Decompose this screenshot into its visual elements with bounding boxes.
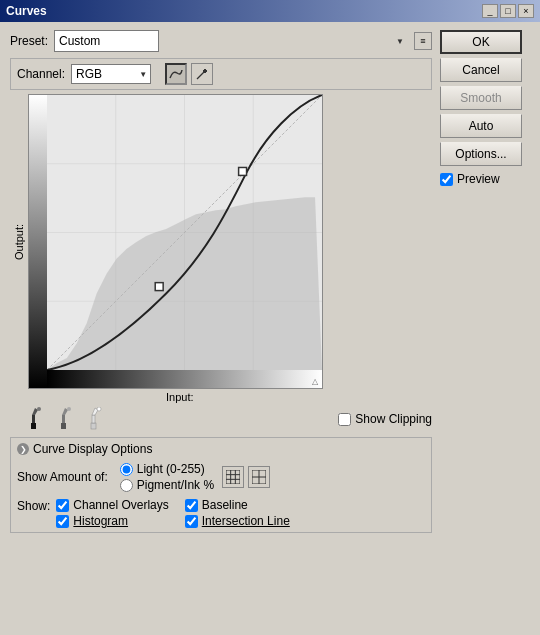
channel-overlays-checkbox[interactable] <box>56 499 69 512</box>
show-clipping-label[interactable]: Show Clipping <box>338 412 432 426</box>
right-panel: OK Cancel Smooth Auto Options... Preview <box>440 30 530 533</box>
options-button[interactable]: Options... <box>440 142 522 166</box>
svg-rect-10 <box>239 167 247 175</box>
svg-rect-9 <box>155 283 163 291</box>
svg-rect-27 <box>226 470 240 484</box>
histogram-checkbox[interactable] <box>56 515 69 528</box>
section-header[interactable]: ❯ Curve Display Options <box>17 442 425 456</box>
curve-area <box>47 95 322 370</box>
light-option-text: Light (0-255) <box>137 462 205 476</box>
pen-tool-button[interactable] <box>191 63 213 85</box>
title-bar: Curves _ □ × <box>0 0 540 22</box>
curve-container[interactable]: △ <box>28 94 323 389</box>
preview-row: Preview <box>440 172 530 186</box>
cancel-button[interactable]: Cancel <box>440 58 522 82</box>
eyedropper-clipping-row: Show Clipping <box>10 407 432 431</box>
large-grid-button[interactable] <box>248 466 270 488</box>
pigment-option-text: Pigment/Ink % <box>137 478 214 492</box>
section-arrow-icon: ❯ <box>17 443 29 455</box>
left-panel: Preset: CustomDefaultStrong ContrastIncr… <box>10 30 432 533</box>
svg-rect-20 <box>92 415 95 423</box>
curve-tool-button[interactable] <box>165 63 187 85</box>
svg-rect-11 <box>31 423 36 429</box>
show-clipping-text: Show Clipping <box>355 412 432 426</box>
preview-label: Preview <box>457 172 500 186</box>
show-clipping-row: Show Clipping <box>338 412 432 426</box>
preset-select-wrapper: CustomDefaultStrong ContrastIncrease Con… <box>54 30 408 52</box>
gray-eyedropper-button[interactable] <box>58 407 78 431</box>
preset-select[interactable]: CustomDefaultStrong ContrastIncrease Con… <box>54 30 159 52</box>
show-row: Show: Channel Overlays Baseline Histogra… <box>17 498 425 528</box>
show-clipping-checkbox[interactable] <box>338 413 351 426</box>
show-label: Show: <box>17 498 50 513</box>
svg-point-14 <box>37 407 41 411</box>
channel-row: Channel: RGB Red Green Blue <box>10 58 432 90</box>
baseline-text: Baseline <box>202 498 248 512</box>
histogram-label[interactable]: Histogram <box>56 514 168 528</box>
grid-icons <box>222 466 270 488</box>
svg-rect-15 <box>61 423 66 429</box>
preset-row: Preset: CustomDefaultStrong ContrastIncr… <box>10 30 432 52</box>
channel-label: Channel: <box>17 67 65 81</box>
small-grid-button[interactable] <box>222 466 244 488</box>
output-label: Output: <box>13 223 25 259</box>
auto-button[interactable]: Auto <box>440 114 522 138</box>
channel-select-wrapper: RGB Red Green Blue <box>71 64 151 84</box>
svg-point-18 <box>67 407 71 411</box>
curve-display-options-section: ❯ Curve Display Options Show Amount of: … <box>10 437 432 533</box>
maximize-button[interactable]: □ <box>500 4 516 18</box>
baseline-label[interactable]: Baseline <box>185 498 297 512</box>
section-title: Curve Display Options <box>33 442 152 456</box>
channel-overlays-label[interactable]: Channel Overlays <box>56 498 168 512</box>
window-controls: _ □ × <box>482 4 534 18</box>
dialog-title: Curves <box>6 4 47 18</box>
pigment-radio[interactable] <box>120 479 133 492</box>
preview-checkbox[interactable] <box>440 173 453 186</box>
histogram-text: Histogram <box>73 514 128 528</box>
svg-rect-19 <box>91 423 96 429</box>
channel-select[interactable]: RGB Red Green Blue <box>71 64 151 84</box>
show-amount-label: Show Amount of: <box>17 470 108 484</box>
light-radio-label[interactable]: Light (0-255) <box>120 462 214 476</box>
dialog-body: Preset: CustomDefaultStrong ContrastIncr… <box>0 22 540 541</box>
svg-point-22 <box>97 407 101 411</box>
ok-button[interactable]: OK <box>440 30 522 54</box>
svg-rect-12 <box>32 415 35 423</box>
svg-rect-16 <box>62 415 65 423</box>
curve-wrapper: Output: <box>10 94 432 403</box>
checkboxes-grid: Channel Overlays Baseline Histogram Inte… <box>56 498 297 528</box>
input-label: Input: <box>166 391 194 403</box>
show-amount-row: Show Amount of: Light (0-255) Pigment/In… <box>17 462 425 492</box>
smooth-button[interactable]: Smooth <box>440 86 522 110</box>
black-eyedropper-button[interactable] <box>28 407 48 431</box>
intersection-line-text: Intersection Line <box>202 514 290 528</box>
intersection-line-checkbox[interactable] <box>185 515 198 528</box>
input-label-row: Input: <box>28 389 432 403</box>
minimize-button[interactable]: _ <box>482 4 498 18</box>
grid-svg <box>47 95 322 370</box>
radio-group: Light (0-255) Pigment/Ink % <box>120 462 214 492</box>
close-button[interactable]: × <box>518 4 534 18</box>
baseline-checkbox[interactable] <box>185 499 198 512</box>
white-eyedropper-button[interactable] <box>88 407 108 431</box>
pigment-radio-label[interactable]: Pigment/Ink % <box>120 478 214 492</box>
light-radio[interactable] <box>120 463 133 476</box>
curve-tools <box>165 63 213 85</box>
eyedropper-row <box>28 407 108 431</box>
intersection-line-label[interactable]: Intersection Line <box>185 514 297 528</box>
preset-options-icon[interactable]: ≡ <box>414 32 432 50</box>
channel-overlays-text: Channel Overlays <box>73 498 168 512</box>
preset-label: Preset: <box>10 34 48 48</box>
